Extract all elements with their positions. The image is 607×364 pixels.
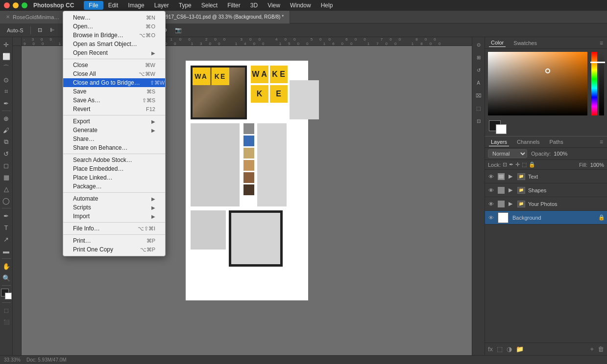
- eye-icon-photos[interactable]: 👁: [487, 201, 495, 207]
- tool-dodge[interactable]: ◯: [1, 195, 12, 206]
- tool-crop[interactable]: ⌗: [1, 86, 12, 97]
- menu-image[interactable]: Image: [123, 1, 149, 10]
- right-tool-7[interactable]: ⊡: [473, 115, 484, 126]
- tool-blur[interactable]: △: [1, 183, 12, 194]
- lock-position-icon[interactable]: ✛: [515, 161, 520, 168]
- menu-item-browse-bridge[interactable]: Browse in Bridge… ⌥⌘O: [63, 31, 165, 40]
- menu-item-save[interactable]: Save ⌘S: [63, 87, 165, 96]
- menu-layer[interactable]: Layer: [149, 1, 174, 10]
- tool-hand[interactable]: ✋: [1, 261, 12, 272]
- menu-edit[interactable]: Edit: [103, 1, 123, 10]
- right-tool-6[interactable]: ⬚: [473, 103, 484, 114]
- layer-background[interactable]: 👁 Background 🔒: [485, 211, 607, 225]
- menu-item-close-all[interactable]: Close All ⌥⌘W: [63, 69, 165, 78]
- camera-btn[interactable]: 📷: [172, 26, 185, 34]
- tool-type[interactable]: T: [1, 222, 12, 233]
- layer-expand-shapes[interactable]: ▶: [509, 187, 512, 193]
- layer-add-icon[interactable]: +: [590, 345, 594, 353]
- paths-tab[interactable]: Paths: [548, 138, 565, 146]
- tool-screen-mode[interactable]: ⬛: [1, 317, 12, 327]
- transform-btn[interactable]: ⊡: [35, 26, 45, 34]
- tool-quick-select[interactable]: ⊙: [1, 74, 12, 85]
- menu-type[interactable]: Type: [174, 1, 196, 10]
- auto-select-btn[interactable]: Auto-S: [4, 26, 26, 34]
- menu-item-print-one[interactable]: Print One Copy ⌥⌘P: [63, 245, 165, 254]
- eye-icon-text[interactable]: 👁: [487, 174, 495, 180]
- fg-bg-swatches[interactable]: [489, 120, 507, 134]
- menu-item-open-smart[interactable]: Open as Smart Object…: [63, 40, 165, 48]
- menu-item-place-embedded[interactable]: Place Embedded…: [63, 164, 165, 173]
- eye-icon-shapes[interactable]: 👁: [487, 187, 495, 193]
- opacity-value[interactable]: 100%: [553, 151, 567, 157]
- menu-select[interactable]: Select: [196, 1, 222, 10]
- color-tab[interactable]: Color: [489, 39, 506, 47]
- tool-eraser[interactable]: ◻: [1, 160, 12, 171]
- menu-item-export[interactable]: Export ▶: [63, 117, 165, 126]
- lock-all-icon[interactable]: 🔒: [529, 161, 535, 168]
- menu-file[interactable]: File: [84, 1, 103, 10]
- layer-photos[interactable]: 👁 ▶ 📁 Your Photos: [485, 197, 607, 211]
- layer-delete-icon[interactable]: 🗑: [598, 345, 604, 353]
- align-left-btn[interactable]: ⊩: [47, 26, 58, 34]
- color-gradient[interactable]: [488, 52, 587, 115]
- menu-item-close[interactable]: Close ⌘W: [63, 61, 165, 69]
- menu-window[interactable]: Window: [285, 1, 316, 10]
- blend-mode-select[interactable]: Normal: [488, 149, 527, 158]
- menu-item-share-behance[interactable]: Share on Behance…: [63, 143, 165, 152]
- swatches-tab[interactable]: Swatches: [511, 39, 539, 47]
- layer-folder-icon[interactable]: 📁: [516, 345, 524, 353]
- menu-help[interactable]: Help: [316, 1, 338, 10]
- menu-item-import[interactable]: Import ▶: [63, 212, 165, 221]
- hue-slider[interactable]: [591, 52, 597, 115]
- layer-link-icon[interactable]: fx: [488, 345, 493, 353]
- menu-item-open[interactable]: Open… ⌘O: [63, 22, 165, 31]
- menu-view[interactable]: View: [263, 1, 285, 10]
- layers-panel-menu[interactable]: ≡: [600, 138, 603, 145]
- layer-shapes[interactable]: 👁 ▶ 📁 Shapes: [485, 183, 607, 197]
- layer-text[interactable]: 👁 ▶ 📁 Text: [485, 170, 607, 183]
- right-tool-3[interactable]: ↺: [473, 65, 484, 75]
- menu-item-revert[interactable]: Revert F12: [63, 105, 165, 114]
- menu-item-search-stock[interactable]: Search Adobe Stock…: [63, 156, 165, 164]
- tool-mask-mode[interactable]: ⬚: [1, 305, 12, 316]
- tool-pen[interactable]: ✒: [1, 210, 12, 221]
- tool-eyedropper[interactable]: ✒: [1, 98, 12, 109]
- tool-zoom[interactable]: 🔍: [1, 273, 12, 283]
- tool-clone[interactable]: ⧉: [1, 136, 12, 147]
- close-button[interactable]: [4, 2, 10, 8]
- right-tool-2[interactable]: ⊞: [473, 52, 484, 63]
- color-fg-bg[interactable]: [1, 289, 12, 299]
- menu-item-place-linked[interactable]: Place Linked…: [63, 173, 165, 182]
- layer-adjust-icon[interactable]: ◑: [507, 345, 512, 353]
- layer-mask-icon[interactable]: ⬚: [497, 345, 503, 353]
- tool-gradient[interactable]: ▦: [1, 172, 12, 182]
- lock-artboard-icon[interactable]: ⬚: [522, 161, 527, 168]
- tool-heal[interactable]: ⊕: [1, 113, 12, 124]
- eye-icon-bg[interactable]: 👁: [487, 215, 495, 221]
- color-panel-menu[interactable]: ≡: [600, 40, 603, 46]
- maximize-button[interactable]: [22, 2, 27, 8]
- tool-path-select[interactable]: ↗: [1, 234, 12, 245]
- tool-brush[interactable]: 🖌: [1, 125, 12, 136]
- menu-3d[interactable]: 3D: [245, 1, 263, 10]
- channels-tab[interactable]: Channels: [515, 138, 541, 146]
- menu-item-close-bridge[interactable]: Close and Go to Bridge… ⇧⌘W: [63, 78, 165, 87]
- minimize-button[interactable]: [13, 2, 19, 8]
- tab-rosegold[interactable]: ✕ RoseGoldMinima…: [0, 11, 66, 23]
- lock-transparency-icon[interactable]: ⊡: [503, 161, 507, 168]
- tool-history[interactable]: ↺: [1, 148, 12, 159]
- menu-item-automate[interactable]: Automate ▶: [63, 194, 165, 203]
- layer-expand-photos[interactable]: ▶: [509, 201, 512, 207]
- menu-item-save-as[interactable]: Save As… ⇧⌘S: [63, 96, 165, 105]
- menu-item-open-recent[interactable]: Open Recent ▶: [63, 48, 165, 57]
- right-tool-4[interactable]: A: [473, 77, 484, 88]
- layers-tab[interactable]: Layers: [489, 138, 509, 146]
- menu-filter[interactable]: Filter: [222, 1, 245, 10]
- right-tool-1[interactable]: ⊙: [473, 39, 484, 50]
- menu-item-share[interactable]: Share…: [63, 135, 165, 143]
- menu-item-new[interactable]: New… ⌘N: [63, 13, 165, 22]
- menu-item-scripts[interactable]: Scripts ▶: [63, 203, 165, 212]
- tool-marquee[interactable]: ⬜: [1, 51, 12, 62]
- tab-close-icon[interactable]: ✕: [6, 14, 10, 20]
- menu-item-print[interactable]: Print… ⌘P: [63, 236, 165, 245]
